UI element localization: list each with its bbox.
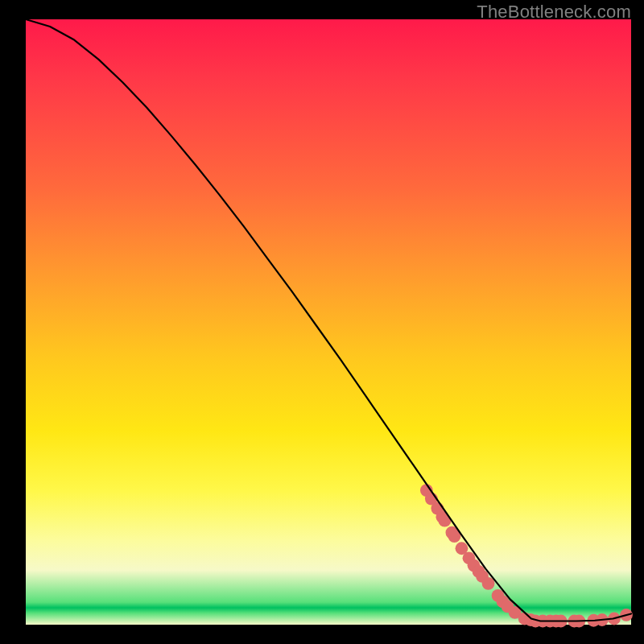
bottleneck-curve <box>26 19 631 621</box>
data-points-group <box>420 484 633 627</box>
data-point <box>482 577 495 590</box>
chart-stage: TheBottleneck.com <box>0 0 644 644</box>
watermark-text: TheBottleneck.com <box>477 2 631 23</box>
plot-area <box>26 19 631 625</box>
chart-overlay <box>26 19 631 625</box>
